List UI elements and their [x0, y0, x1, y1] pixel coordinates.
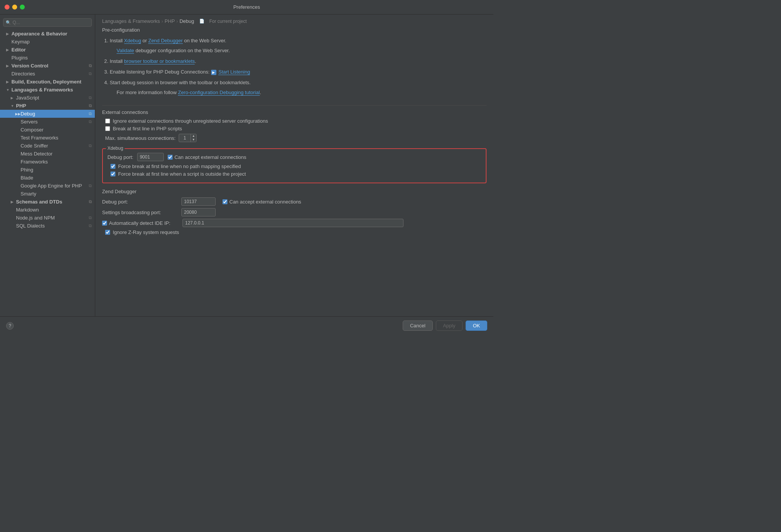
sidebar-item-nodejs[interactable]: ▶ Node.js and NPM ⧉: [0, 214, 95, 222]
sidebar-item-label: Servers: [21, 119, 38, 125]
force-break-script-checkbox[interactable]: [110, 171, 115, 176]
force-break-path-label[interactable]: Force break at first line when no path m…: [118, 163, 241, 169]
project-icon: 📄: [199, 19, 205, 24]
sidebar-item-sql[interactable]: ▶ SQL Dialects ⧉: [0, 222, 95, 230]
force-break-path-checkbox[interactable]: [110, 164, 115, 169]
sidebar-item-label: Directories: [11, 71, 35, 77]
copy-icon: ⧉: [89, 63, 92, 68]
ignore-zray-label[interactable]: Ignore Z-Ray system requests: [113, 229, 179, 235]
auto-detect-input[interactable]: [182, 219, 403, 227]
zend-debug-port-input[interactable]: [181, 197, 216, 206]
triangle-icon: ▶: [15, 112, 19, 116]
sidebar-item-build[interactable]: Build, Execution, Deployment: [0, 78, 95, 86]
sidebar-item-blade[interactable]: ▶ Blade: [0, 174, 95, 182]
sidebar-item-mess-detector[interactable]: ▶ Mess Detector: [0, 150, 95, 158]
copy-icon: ⧉: [89, 71, 92, 76]
spin-up-button[interactable]: ▲: [191, 134, 196, 138]
triangle-icon: [6, 80, 10, 84]
step1-suffix: on the Web Server.: [183, 38, 227, 43]
triangle-icon: [6, 32, 10, 36]
sidebar-item-directories[interactable]: ▶ Directories ⧉: [0, 70, 95, 78]
sidebar-item-code-sniffer[interactable]: ▶ Code Sniffer ⧉: [0, 142, 95, 150]
sidebar-item-plugins[interactable]: ▶ Plugins: [0, 54, 95, 62]
sidebar-item-servers[interactable]: ▶ Servers ⧉: [0, 118, 95, 126]
sidebar-item-languages[interactable]: Languages & Frameworks: [0, 86, 95, 94]
zend-debugger-link[interactable]: Zend Debugger: [148, 38, 182, 44]
xdebug-can-accept-label[interactable]: Can accept external connections: [174, 154, 246, 160]
ignore-external-row: Ignore external connections through unre…: [102, 118, 487, 124]
sidebar-item-phing[interactable]: ▶ Phing: [0, 166, 95, 174]
sidebar-item-keymap[interactable]: ▶ Keymap: [0, 38, 95, 46]
max-connections-input[interactable]: [179, 135, 190, 141]
xdebug-link[interactable]: Xdebug: [124, 38, 141, 44]
sidebar-item-test-frameworks[interactable]: ▶ Test Frameworks: [0, 134, 95, 142]
maximize-button[interactable]: [20, 5, 25, 10]
ignore-external-label[interactable]: Ignore external connections through unre…: [113, 118, 268, 124]
sidebar-item-javascript[interactable]: JavaScript ⧉: [0, 94, 95, 102]
close-button[interactable]: [5, 5, 10, 10]
for-project-label: For current project: [209, 19, 246, 24]
preconfiguration-section: Pre-configuration Install Xdebug or Zend…: [102, 27, 487, 98]
title-bar: Preferences: [0, 0, 493, 14]
auto-detect-row: Automatically detect IDE IP:: [102, 219, 487, 227]
copy-icon: ⧉: [89, 103, 92, 108]
window-controls[interactable]: [5, 5, 25, 10]
sidebar-item-appearance[interactable]: Appearance & Behavior: [0, 30, 95, 38]
minimize-button[interactable]: [12, 5, 17, 10]
search-icon: 🔍: [6, 20, 11, 25]
copy-icon: ⧉: [89, 199, 92, 204]
sidebar-item-schemas[interactable]: Schemas and DTDs ⧉: [0, 198, 95, 206]
sidebar-item-editor[interactable]: Editor: [0, 46, 95, 54]
broadcast-port-input[interactable]: [181, 208, 216, 216]
auto-detect-checkbox[interactable]: [102, 221, 107, 226]
breadcrumb-item-1[interactable]: Languages & Frameworks: [102, 18, 160, 24]
step4b-suffix: .: [260, 90, 261, 95]
xdebug-debug-port-input[interactable]: [137, 153, 164, 161]
ok-button[interactable]: OK: [466, 320, 487, 331]
step1b: debugger configuration on the Web Server…: [134, 48, 230, 53]
sidebar-item-label: Code Sniffer: [21, 143, 48, 149]
main-container: 🔍 Appearance & Behavior ▶ Keymap Editor …: [0, 14, 493, 316]
zend-debug-port-row: Debug port: Can accept external connecti…: [102, 197, 487, 206]
sidebar-item-debug[interactable]: ▶ Debug ⧉: [0, 110, 95, 118]
breadcrumb-sep-2: ›: [176, 18, 178, 24]
breadcrumb-item-2[interactable]: PHP: [165, 18, 175, 24]
cancel-button[interactable]: Cancel: [403, 320, 432, 331]
force-break-script-label[interactable]: Force break at first line when a script …: [118, 171, 246, 177]
xdebug-can-accept-row: Can accept external connections: [168, 154, 246, 160]
help-button[interactable]: ?: [6, 322, 14, 330]
max-connections-spinner[interactable]: ▲ ▼: [179, 134, 197, 142]
xdebug-wrapper: Xdebug Debug port: Can accept external c…: [102, 148, 487, 183]
divider-1: [102, 105, 487, 106]
break-first-line-label[interactable]: Break at first line in PHP scripts: [113, 126, 182, 131]
spin-down-button[interactable]: ▼: [191, 138, 196, 142]
validate-link[interactable]: Validate: [117, 48, 134, 54]
ignore-zray-checkbox[interactable]: [105, 230, 110, 235]
copy-icon: ⧉: [89, 111, 92, 116]
sidebar-item-frameworks[interactable]: ▶ Frameworks: [0, 158, 95, 166]
content-area: Languages & Frameworks › PHP › Debug 📄 F…: [95, 14, 493, 316]
xdebug-debug-port-row: Debug port: Can accept external connecti…: [107, 153, 481, 161]
search-box[interactable]: 🔍: [3, 18, 92, 27]
break-first-line-checkbox[interactable]: [105, 126, 110, 131]
ignore-external-checkbox[interactable]: [105, 119, 110, 123]
sidebar-item-smarty[interactable]: ▶ Smarty: [0, 190, 95, 198]
search-input[interactable]: [13, 20, 89, 25]
xdebug-can-accept-checkbox[interactable]: [168, 155, 173, 160]
browser-link[interactable]: browser toolbar or bookmarklets: [124, 58, 195, 64]
step1-prefix: Install: [110, 38, 124, 43]
zero-config-link[interactable]: Zero-configuration Debugging tutorial: [178, 90, 260, 96]
auto-detect-label[interactable]: Automatically detect IDE IP:: [109, 220, 179, 226]
start-listening-link[interactable]: Start Listening: [218, 69, 250, 75]
sidebar-item-label: Node.js and NPM: [16, 215, 55, 221]
step2-prefix: Install: [110, 58, 124, 64]
sidebar-item-markdown[interactable]: ▶ Markdown: [0, 206, 95, 214]
sidebar-item-composer[interactable]: ▶ Composer: [0, 126, 95, 134]
zend-can-accept-checkbox[interactable]: [222, 199, 227, 204]
apply-button[interactable]: Apply: [436, 320, 463, 331]
sidebar-item-google-app-engine[interactable]: ▶ Google App Engine for PHP ⧉: [0, 182, 95, 190]
sidebar-item-php[interactable]: PHP ⧉: [0, 102, 95, 110]
sidebar-item-version-control[interactable]: Version Control ⧉: [0, 62, 95, 70]
bottom-bar: ? Cancel Apply OK: [0, 316, 493, 335]
zend-can-accept-label[interactable]: Can accept external connections: [229, 199, 301, 205]
